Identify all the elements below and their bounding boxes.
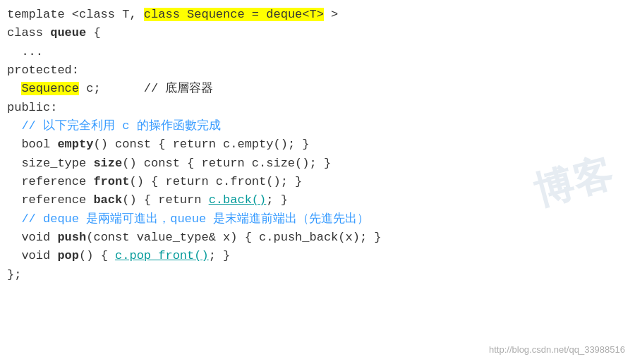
comment-text: // 以下完全利用 c 的操作函數完成: [7, 119, 221, 133]
keyword-empty: empty: [57, 138, 93, 151]
highlight-sequence2: Sequence: [21, 82, 79, 95]
code-line-7: // 以下完全利用 c 的操作函數完成: [7, 117, 628, 135]
code-text: reference front() { return c.front(); }: [7, 175, 302, 188]
keyword-size: size: [93, 157, 122, 170]
code-text: public:: [7, 101, 57, 114]
keyword-queue: queue: [50, 26, 86, 40]
code-text: };: [7, 268, 21, 281]
code-line-8: bool empty() const { return c.empty(); }: [7, 135, 628, 154]
code-text: class queue {: [7, 26, 101, 40]
code-text: bool empty() const { return c.empty(); }: [7, 138, 310, 151]
code-line-9: size_type size() const { return c.size()…: [7, 154, 628, 173]
code-line-3: ...: [7, 43, 628, 61]
code-text: >: [324, 8, 338, 21]
code-text: size_type size() const { return c.size()…: [7, 157, 331, 170]
code-text: void pop() { c.pop_front(); }: [7, 249, 230, 262]
code-line-1: template <class T, class Sequence = dequ…: [7, 6, 628, 24]
code-line-11: reference back() { return c.back(); }: [7, 191, 628, 210]
code-line-6: public:: [7, 99, 628, 117]
highlight-sequence: class Sequence = deque<T>: [144, 8, 324, 21]
keyword-push: push: [57, 231, 86, 244]
code-line-14: void pop() { c.pop_front(); }: [7, 247, 628, 265]
code-line-12: // deque 是兩端可進出，queue 是末端進前端出（先進先出）: [7, 210, 628, 229]
code-line-15: };: [7, 266, 628, 284]
code-line-10: reference front() { return c.front(); }: [7, 173, 628, 191]
cpopfront-call: c.pop_front(): [115, 249, 209, 262]
keyword-front: front: [93, 175, 129, 188]
code-line-13: void push(const value_type& x) { c.push_…: [7, 229, 628, 247]
code-container: template <class T, class Sequence = dequ…: [0, 0, 635, 364]
keyword-back: back: [93, 193, 122, 207]
code-line-5: Sequence c; // 底層容器: [7, 80, 628, 98]
code-text: ...: [7, 45, 43, 59]
code-text: [7, 82, 21, 95]
code-text: template <class T,: [7, 8, 144, 21]
code-text: reference back() { return c.back(); }: [7, 193, 288, 207]
url-text: http://blog.csdn.net/qq_33988516: [489, 343, 625, 357]
cback-call: c.back(): [209, 193, 267, 207]
code-text: protected:: [7, 63, 79, 77]
keyword-pop: pop: [57, 249, 79, 262]
code-text: void push(const value_type& x) { c.push_…: [7, 231, 382, 244]
code-line-2: class queue {: [7, 24, 628, 42]
comment-text2: // deque 是兩端可進出，queue 是末端進前端出（先進先出）: [7, 212, 369, 226]
code-line-4: protected:: [7, 61, 628, 80]
code-text: c; // 底層容器: [79, 82, 213, 95]
